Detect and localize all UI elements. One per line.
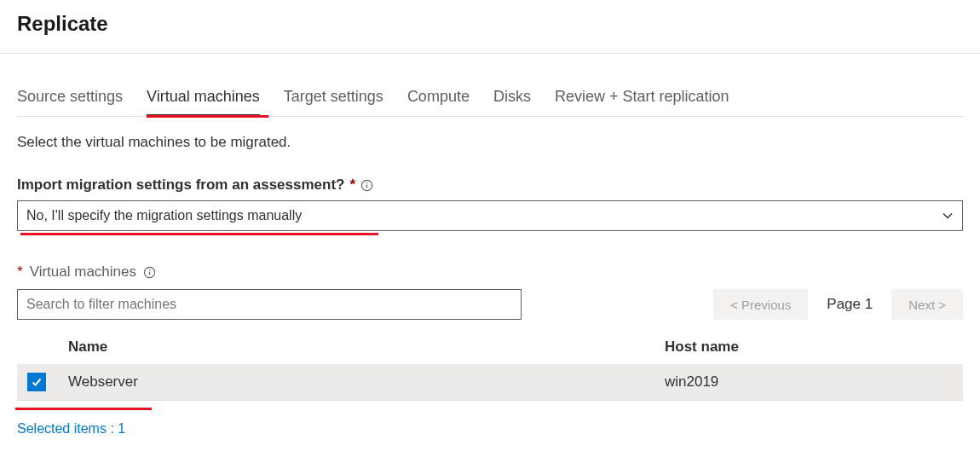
required-star: * [349,177,355,194]
tab-label: Virtual machines [147,88,260,105]
chevron-down-icon [942,210,954,222]
col-name: Name [58,330,654,364]
annotation-underline [20,233,378,235]
label-text: Virtual machines [30,263,136,281]
col-checkbox [17,330,58,364]
row-host: win2019 [654,364,963,401]
check-icon [31,376,43,388]
annotation-underline [15,408,152,410]
divider [0,53,980,54]
required-star: * [17,263,23,281]
tabs-bar: Source settings Virtual machines Target … [17,88,963,117]
tab-compute[interactable]: Compute [407,88,470,117]
info-icon[interactable] [143,266,156,279]
vm-section-label: * Virtual machines [17,263,963,281]
instruction-text: Select the virtual machines to be migrat… [17,134,963,151]
next-button[interactable]: Next > [891,289,963,320]
import-settings-dropdown[interactable]: No, I'll specify the migration settings … [17,200,963,231]
page-indicator: Page 1 [827,296,873,313]
selected-items-text: Selected items : 1 [17,421,963,437]
tab-source-settings[interactable]: Source settings [17,88,123,117]
dropdown-value: No, I'll specify the migration settings … [26,208,302,223]
info-icon[interactable] [360,179,373,192]
tab-disks[interactable]: Disks [493,88,531,117]
tab-virtual-machines[interactable]: Virtual machines [147,88,260,117]
tab-review-start[interactable]: Review + Start replication [555,88,729,117]
label-text: Import migration settings from an assess… [17,177,344,194]
annotation-underline [147,115,268,118]
svg-point-5 [149,269,151,270]
svg-point-2 [366,182,368,183]
import-settings-label: Import migration settings from an assess… [17,177,963,194]
previous-button[interactable]: < Previous [713,289,808,320]
search-input[interactable] [17,289,522,320]
vm-table: Name Host name Webserver win2019 [17,330,963,401]
col-host: Host name [654,330,963,364]
tab-target-settings[interactable]: Target settings [284,88,383,117]
table-row[interactable]: Webserver win2019 [17,364,963,401]
table-header-row: Name Host name [17,330,963,364]
pager: < Previous Page 1 Next > [713,289,963,320]
row-name: Webserver [68,373,138,390]
page-title: Replicate [17,12,963,36]
controls-row: < Previous Page 1 Next > [17,289,963,320]
row-checkbox[interactable] [27,373,46,391]
